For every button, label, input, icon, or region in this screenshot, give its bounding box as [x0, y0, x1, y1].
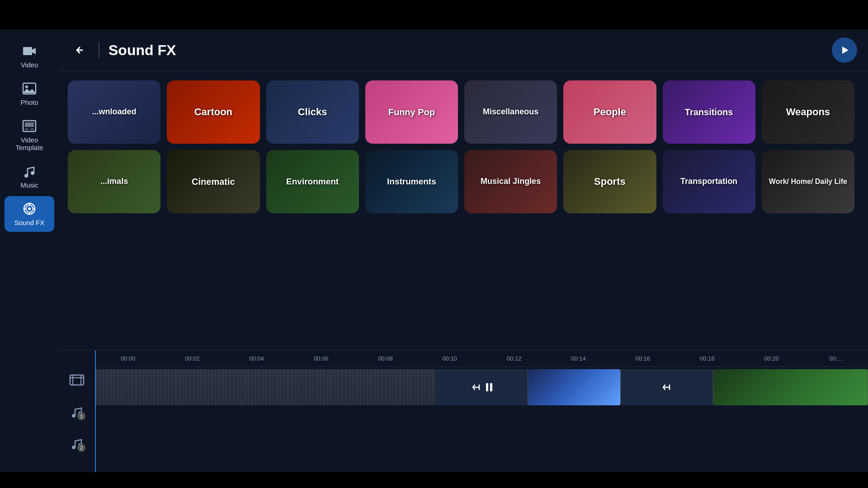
svg-point-24 [72, 446, 75, 449]
play-button[interactable] [832, 38, 857, 63]
sidebar-sound-fx-label: Sound FX [14, 219, 45, 226]
video-template-icon [22, 119, 37, 133]
pause-icon [486, 381, 493, 394]
sidebar-item-music[interactable]: Music [5, 159, 54, 194]
category-card-musical-jingles[interactable]: Musical Jingles [464, 150, 557, 213]
svg-point-3 [25, 85, 28, 88]
clip-blue[interactable] [528, 369, 621, 405]
svg-rect-6 [25, 122, 34, 127]
ruler-marks: 00:00 00:02 00:04 00:06 00:08 00:10 00:1… [96, 355, 868, 362]
clips-tool-button[interactable] [66, 369, 88, 391]
clip-piano-1[interactable] [96, 369, 212, 405]
category-card-people[interactable]: People [563, 80, 656, 144]
svg-rect-0 [23, 47, 32, 55]
card-label-clicks: Clicks [266, 80, 359, 144]
timeline-tracks [96, 367, 868, 472]
timeline-tools: 1 2 [59, 351, 95, 472]
sidebar-item-video-template[interactable]: Video Template [5, 113, 54, 157]
card-label-instruments: Instruments [365, 150, 458, 213]
music-icon [22, 164, 37, 178]
category-card-funny-pop[interactable]: Funny Pop [365, 80, 458, 144]
ruler-mark-8: 00:08 [353, 355, 417, 362]
category-card-weapons[interactable]: Weapons [762, 80, 854, 144]
ruler-mark-18: 00:18 [675, 355, 739, 362]
sidebar-video-label: Video [21, 61, 38, 69]
svg-marker-17 [842, 47, 849, 54]
card-label-miscellaneous: Miscellaneous [464, 80, 557, 144]
svg-rect-19 [70, 375, 84, 378]
card-label-cinematic: Cinematic [167, 150, 259, 213]
category-card-instruments[interactable]: Instruments [365, 150, 458, 213]
clip-green[interactable] [713, 369, 868, 405]
header-divider [99, 42, 99, 58]
ruler-mark-end: 00:... [804, 355, 868, 362]
sidebar-item-video[interactable]: Video [5, 38, 54, 74]
sidebar-music-label: Music [20, 181, 38, 189]
play-icon [839, 45, 850, 56]
svg-rect-8 [30, 128, 34, 130]
page-title: Sound FX [108, 42, 823, 59]
back-button[interactable] [70, 40, 90, 60]
clip-piano-2[interactable] [212, 369, 327, 405]
svg-point-10 [31, 171, 34, 175]
ruler-mark-14: 00:14 [546, 355, 610, 362]
category-card-sports[interactable]: Sports [563, 150, 656, 213]
category-card-transitions[interactable]: Transitions [663, 80, 755, 144]
svg-rect-26 [486, 383, 488, 391]
category-card-cinematic[interactable]: Cinematic [167, 150, 259, 213]
photo-icon [22, 81, 37, 96]
svg-rect-27 [490, 383, 492, 391]
track-clips[interactable] [96, 369, 868, 405]
category-grid: ...wnloaded Cartoon Clicks Funny Pop Mis… [63, 80, 859, 213]
svg-point-9 [24, 174, 28, 178]
reverse-icon [470, 381, 483, 394]
card-label-weapons: Weapons [762, 80, 854, 144]
clip-controls-2[interactable] [621, 369, 713, 405]
svg-point-22 [72, 414, 75, 418]
category-card-clicks[interactable]: Clicks [266, 80, 359, 144]
main-area: Video Photo Video Template [0, 29, 868, 472]
sidebar-item-sound-fx[interactable]: Sound FX [5, 196, 54, 232]
clip-controls[interactable] [435, 369, 528, 405]
ruler-mark-2: 00:02 [160, 355, 224, 362]
sidebar-photo-label: Photo [20, 99, 38, 106]
content-area: Sound FX ...wnloaded Cartoon Clicks [59, 29, 868, 472]
sidebar: Video Photo Video Template [0, 29, 59, 472]
ruler-mark-20: 00:20 [739, 355, 803, 362]
category-card-environment[interactable]: Environment [266, 150, 359, 213]
category-card-downloaded[interactable]: ...wnloaded [68, 80, 160, 144]
card-label-funny-pop: Funny Pop [365, 80, 458, 144]
clips-icon [68, 371, 85, 389]
card-label-musical-jingles: Musical Jingles [464, 150, 557, 213]
card-label-transportation: Transportation [663, 150, 755, 213]
category-card-miscellaneous[interactable]: Miscellaneous [464, 80, 557, 144]
video-track [96, 367, 868, 408]
music-track-2-badge: 2 [77, 444, 85, 452]
card-label-cartoon: Cartoon [167, 80, 259, 144]
category-card-work-home[interactable]: Work/ Home/ Daily Life [762, 150, 854, 213]
reverse-icon-2 [660, 381, 673, 394]
ruler-mark-10: 00:10 [418, 355, 482, 362]
card-label-downloaded: ...wnloaded [68, 80, 160, 144]
ruler-mark-12: 00:12 [482, 355, 546, 362]
grid-area: ...wnloaded Cartoon Clicks Funny Pop Mis… [59, 71, 868, 350]
ruler-mark-4: 00:04 [225, 355, 289, 362]
music-track-1-button[interactable]: 1 [66, 400, 88, 423]
category-card-cartoon[interactable]: Cartoon [167, 80, 259, 144]
card-label-animals: ...imals [68, 150, 160, 213]
sidebar-video-template-label: Video Template [8, 136, 51, 151]
svg-marker-4 [23, 89, 36, 93]
card-label-environment: Environment [266, 150, 359, 213]
category-card-transportation[interactable]: Transportation [663, 150, 755, 213]
clip-piano-3[interactable] [327, 369, 435, 405]
card-label-people: People [563, 80, 656, 144]
timeline-main: 00:00 00:02 00:04 00:06 00:08 00:10 00:1… [95, 351, 868, 472]
sound-fx-icon [22, 202, 37, 216]
ruler-mark-6: 00:06 [289, 355, 353, 362]
music-track-2-button[interactable]: 2 [66, 432, 88, 455]
timeline-ruler: 00:00 00:02 00:04 00:06 00:08 00:10 00:1… [96, 351, 868, 367]
sidebar-item-photo[interactable]: Photo [5, 76, 54, 112]
svg-marker-1 [32, 48, 36, 54]
svg-rect-7 [25, 128, 28, 130]
category-card-animals[interactable]: ...imals [68, 150, 160, 213]
